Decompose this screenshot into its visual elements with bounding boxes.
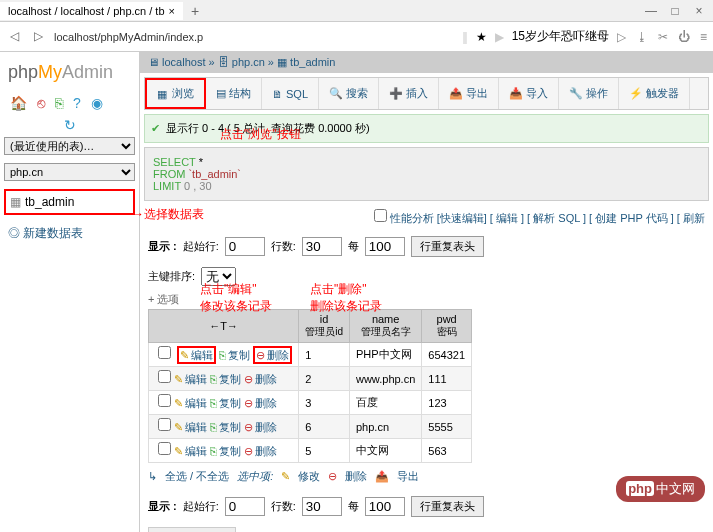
tab-export[interactable]: 📤导出	[439, 78, 499, 109]
exit-icon[interactable]: ⎋	[37, 95, 45, 111]
insert-icon: ➕	[389, 87, 403, 100]
tab-search[interactable]: 🔍搜索	[319, 78, 379, 109]
delete-icon: ⊖	[328, 470, 337, 483]
repeat-header-button[interactable]: 行重复表头	[411, 236, 484, 257]
tab-sql[interactable]: 🗎SQL	[262, 78, 319, 109]
table-row: ✎编辑 ⎘复制 ⊖删除 2www.php.cn111	[149, 367, 472, 391]
sql-display: SELECT * FROM `tb_admin` LIMIT 0 , 30	[144, 147, 709, 201]
mysql-icon[interactable]: ◉	[91, 95, 103, 111]
repeat-header-button-b[interactable]: 行重复表头	[411, 496, 484, 517]
window-min-icon[interactable]: —	[645, 4, 657, 18]
copy-link[interactable]: ⎘复制	[210, 444, 241, 459]
download-icon[interactable]: ⭳	[636, 30, 648, 44]
table-tree-item[interactable]: ▦ tb_admin	[4, 189, 135, 215]
row-checkbox[interactable]	[158, 394, 171, 407]
row-count-input[interactable]	[302, 237, 342, 256]
delete-link[interactable]: ⊖删除	[244, 444, 277, 459]
profiling-checkbox[interactable]	[374, 209, 387, 222]
th-pwd[interactable]: pwd密码	[422, 310, 472, 343]
tab-operations[interactable]: 🔧操作	[559, 78, 619, 109]
url-field[interactable]: localhost/phpMyAdmin/index.p	[54, 31, 454, 43]
database-select[interactable]: php.cn	[4, 163, 135, 181]
edit-link[interactable]: ✎编辑	[174, 372, 207, 387]
breadcrumb-ext: 15岁少年恐吓继母	[512, 28, 609, 45]
tab-import[interactable]: 📥导入	[499, 78, 559, 109]
annotation-select: →选择数据表	[132, 206, 204, 223]
edit-link[interactable]: ✎编辑	[174, 444, 207, 459]
tab-triggers[interactable]: ⚡触发器	[619, 78, 690, 109]
menu-icon[interactable]: ≡	[700, 30, 707, 44]
browser-tab-bar: localhost / localhost / php.cn / tb× + —…	[0, 0, 713, 22]
bulk-export[interactable]: 导出	[397, 469, 419, 484]
row-checkbox[interactable]	[158, 346, 171, 359]
logo: phpMyAdmin	[4, 56, 135, 89]
edit-link[interactable]: ✎编辑	[174, 396, 207, 411]
sql-tab-icon: 🗎	[272, 88, 283, 100]
row-checkbox[interactable]	[158, 418, 171, 431]
start-row-input[interactable]	[225, 237, 265, 256]
new-table-link[interactable]: ◎ 新建数据表	[4, 219, 135, 248]
recent-tables-select[interactable]: (最近使用的表)…	[4, 137, 135, 155]
delete-link[interactable]: ⊖删除	[256, 348, 289, 363]
check-icon: ✔	[151, 122, 160, 135]
home-icon[interactable]: 🏠	[10, 95, 27, 111]
delete-link[interactable]: ⊖删除	[244, 420, 277, 435]
annotation-edit: 点击"编辑"修改该条记录	[200, 281, 272, 315]
sidebar: phpMyAdmin 🏠 ⎋ ⎘ ? ◉ ↻ (最近使用的表)… php.cn …	[0, 52, 140, 532]
performance-row: 性能分析 [快速编辑] [ 编辑 ] [ 解析 SQL ] [ 创建 PHP 代…	[140, 205, 713, 230]
pencil-icon: ✎	[281, 470, 290, 483]
query-result-options[interactable]: 查询结果选项	[148, 527, 236, 532]
tabs-row: ▦浏览 ▤结构 🗎SQL 🔍搜索 ➕插入 📤导出 📥导入 🔧操作 ⚡触发器	[144, 77, 709, 110]
tab-browse[interactable]: ▦浏览	[145, 78, 206, 109]
sql-icon[interactable]: ⎘	[55, 95, 63, 111]
row-count-input-b[interactable]	[302, 497, 342, 516]
copy-link[interactable]: ⎘复制	[210, 372, 241, 387]
row-checkbox[interactable]	[158, 442, 171, 455]
power-icon[interactable]: ⏻	[678, 30, 690, 44]
repeat-input-b[interactable]	[365, 497, 405, 516]
start-row-input-b[interactable]	[225, 497, 265, 516]
display-controls-top: 显示 :起始行: 行数: 每 行重复表头	[140, 230, 713, 263]
select-all-link[interactable]: 全选 / 不全选	[165, 469, 229, 484]
table-icon: ▦	[10, 195, 21, 209]
reload-icon[interactable]: ↻	[4, 117, 135, 133]
delete-link[interactable]: ⊖删除	[244, 396, 277, 411]
tab-close-icon[interactable]: ×	[169, 5, 175, 17]
copy-link[interactable]: ⎘复制	[219, 348, 250, 363]
bulk-delete[interactable]: 删除	[345, 469, 367, 484]
row-checkbox[interactable]	[158, 370, 171, 383]
favicon-icon: ★	[476, 30, 487, 44]
edit-link[interactable]: ✎编辑	[180, 348, 213, 363]
play-icon[interactable]: ▷	[617, 30, 626, 44]
nav-back-icon[interactable]: ◁	[6, 29, 22, 45]
pencil-icon: ✎	[180, 349, 189, 362]
delete-link[interactable]: ⊖删除	[244, 372, 277, 387]
table-row: ✎编辑 ⎘复制 ⊖删除 3百度123	[149, 391, 472, 415]
nav-fwd-icon[interactable]: ▷	[30, 29, 46, 45]
search-icon: 🔍	[329, 87, 343, 100]
browser-tab[interactable]: localhost / localhost / php.cn / tb×	[0, 2, 183, 20]
table-row: ✎编辑 ⎘复制 ⊖删除 6php.cn5555	[149, 415, 472, 439]
new-tab-button[interactable]: +	[183, 3, 207, 19]
copy-link[interactable]: ⎘复制	[210, 420, 241, 435]
import-icon: 📥	[509, 87, 523, 100]
watermark: php中文网	[616, 476, 705, 502]
trigger-icon: ⚡	[629, 87, 643, 100]
breadcrumb: 🖥 localhost » 🗄 php.cn » ▦ tb_admin	[140, 52, 713, 73]
repeat-input[interactable]	[365, 237, 405, 256]
tab-insert[interactable]: ➕插入	[379, 78, 439, 109]
help-icon[interactable]: ?	[73, 95, 81, 111]
table-row: ✎编辑 ⎘复制 ⊖删除 5中文网563	[149, 439, 472, 463]
copy-link[interactable]: ⎘复制	[210, 396, 241, 411]
sql-links[interactable]: [快速编辑] [ 编辑 ] [ 解析 SQL ] [ 创建 PHP 代码 ] […	[437, 212, 705, 224]
table-row: ✎编辑 ⎘复制 ⊖删除 1PHP中文网654321	[149, 343, 472, 367]
gear-icon: 🔧	[569, 87, 583, 100]
scissors-icon[interactable]: ✂	[658, 30, 668, 44]
url-bar: ◁ ▷ localhost/phpMyAdmin/index.p ‖ ★ ▶ 1…	[0, 22, 713, 52]
delete-icon: ⊖	[256, 349, 265, 362]
tab-structure[interactable]: ▤结构	[206, 78, 262, 109]
window-close-icon[interactable]: ×	[693, 4, 705, 18]
bulk-edit[interactable]: 修改	[298, 469, 320, 484]
window-max-icon[interactable]: □	[669, 4, 681, 18]
edit-link[interactable]: ✎编辑	[174, 420, 207, 435]
